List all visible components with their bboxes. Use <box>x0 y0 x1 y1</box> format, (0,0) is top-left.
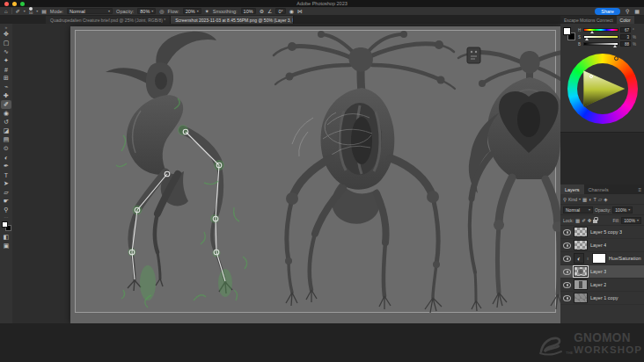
panel-menu-icon[interactable]: ≡ <box>635 185 644 194</box>
edit-toolbar-icon[interactable]: ⋯ <box>1 214 11 220</box>
flow-select[interactable]: 20% ▾ <box>183 8 201 14</box>
tab-color[interactable]: Color <box>617 16 634 24</box>
document-tab-inactive[interactable]: Quadrupedalien Creature brief.psd @ 25% … <box>46 16 171 24</box>
color-wheel[interactable] <box>567 54 638 124</box>
tab-layers[interactable]: Layers <box>560 185 584 194</box>
tool-object-selection[interactable]: ✦ <box>1 56 11 65</box>
tool-gradient[interactable]: ▤ <box>1 135 11 144</box>
layer-thumbnail[interactable] <box>574 279 588 290</box>
smoothing-select[interactable]: 10% <box>241 8 256 14</box>
lock-position-icon[interactable]: ✥ <box>588 218 592 223</box>
layer-visibility-eye-icon[interactable] <box>563 269 571 275</box>
tool-crop[interactable]: # <box>1 65 11 74</box>
lock-all-icon[interactable] <box>593 220 597 223</box>
tool-zoom[interactable]: ⚲ <box>1 206 11 214</box>
tab-channels[interactable]: Channels <box>584 185 613 194</box>
saturation-value-field[interactable]: 3 <box>620 34 631 40</box>
tool-dodge[interactable]: ◐ <box>1 153 11 162</box>
layer-row-adjustment[interactable]: ◐ ∞ Hue/Saturation 1 <box>560 252 644 265</box>
foreground-background-swatches[interactable] <box>1 221 11 231</box>
opacity-select[interactable]: 80% ▾ <box>137 8 156 14</box>
foreground-color-swatch[interactable] <box>563 27 571 35</box>
brightness-slider[interactable] <box>583 42 618 46</box>
brush-panel-toggle-icon[interactable]: ▤ <box>41 9 47 14</box>
brush-size-picker[interactable]: 10 <box>29 7 33 15</box>
layer-row[interactable]: Layer 2 <box>560 279 644 292</box>
tool-blur[interactable]: ⊙ <box>1 144 11 153</box>
tool-path-selection[interactable]: ➤ <box>1 179 11 188</box>
screen-mode-icon[interactable]: ▣ <box>1 242 11 250</box>
layer-mask-thumbnail[interactable] <box>592 253 606 264</box>
filter-type-icon[interactable]: T <box>594 197 596 202</box>
filter-group-icon[interactable]: ▱ <box>598 197 602 202</box>
tool-eraser[interactable]: ◪ <box>1 127 11 135</box>
lock-pixels-icon[interactable]: ✐ <box>582 218 586 223</box>
layer-row[interactable]: Layer 4 <box>560 239 644 252</box>
layer-row[interactable]: Layer 5 copy 3 <box>560 226 644 239</box>
lock-transparency-icon[interactable]: ▦ <box>575 218 580 223</box>
layer-row-selected[interactable]: Layer 3 <box>560 265 644 279</box>
triangle-marker[interactable] <box>589 75 593 78</box>
layer-visibility-eye-icon[interactable] <box>563 256 571 262</box>
quick-mask-icon[interactable]: ◧ <box>1 233 11 242</box>
tool-pen[interactable]: ✒ <box>1 162 11 170</box>
filter-adjustment-icon[interactable]: ◐ <box>589 197 591 202</box>
brush-preset-caret-icon[interactable]: ▾ <box>24 9 26 13</box>
hue-slider[interactable] <box>583 28 618 32</box>
layer-visibility-eye-icon[interactable] <box>563 229 571 235</box>
kind-caret-icon[interactable]: ▾ <box>579 197 581 201</box>
share-button[interactable]: Share <box>595 8 620 15</box>
adjustment-layer-icon[interactable]: ◐ <box>574 253 584 264</box>
pressure-opacity-icon[interactable]: ◎ <box>159 9 164 14</box>
layer-visibility-eye-icon[interactable] <box>563 243 571 249</box>
saturation-slider[interactable] <box>583 35 618 39</box>
layer-blend-mode-select[interactable]: Normal ▾ <box>563 206 593 214</box>
tool-move[interactable]: ✥ <box>1 30 11 39</box>
workspace-switcher-icon[interactable]: ▦ <box>634 9 640 14</box>
tool-marquee[interactable]: ▢ <box>1 39 11 47</box>
smoothing-gear-icon[interactable]: ⚙ <box>260 9 264 14</box>
tool-healing-brush[interactable]: ✚ <box>1 91 11 100</box>
brush-preset-icon[interactable]: ✐ <box>16 9 20 14</box>
filter-pixel-icon[interactable]: ▦ <box>582 197 587 202</box>
blend-mode-select[interactable]: Normal ▾ <box>67 8 113 14</box>
layer-thumbnail[interactable] <box>574 240 588 250</box>
layer-thumbnail[interactable] <box>574 293 588 303</box>
layer-visibility-eye-icon[interactable] <box>563 282 571 288</box>
symmetry-icon[interactable]: ⋈ <box>297 9 303 14</box>
filter-smart-object-icon[interactable]: ◈ <box>604 197 607 202</box>
foreground-color-swatch[interactable] <box>2 221 8 228</box>
tool-lasso[interactable]: ∿ <box>1 47 11 56</box>
airbrush-icon[interactable]: ✴ <box>205 9 209 14</box>
layer-thumbnail[interactable] <box>574 227 588 237</box>
tool-shape[interactable]: ▱ <box>1 188 11 197</box>
brush-size-caret-icon[interactable]: ▾ <box>36 9 38 13</box>
tool-frame[interactable]: ⊞ <box>1 74 11 83</box>
search-icon[interactable]: ⚲ <box>563 197 567 202</box>
tool-eyedropper[interactable]: ⌁ <box>1 83 11 91</box>
color-panel-swatches[interactable] <box>563 27 575 40</box>
pressure-size-icon[interactable]: ◉ <box>289 9 294 14</box>
tool-brush[interactable]: ✐ <box>1 100 11 109</box>
hue-ring-marker[interactable] <box>614 56 618 61</box>
saturation-brightness-triangle[interactable] <box>579 65 626 112</box>
tool-hand[interactable]: ☛ <box>1 197 11 206</box>
tool-type[interactable]: T <box>1 170 11 179</box>
tool-history-brush[interactable]: ↺ <box>1 118 11 127</box>
layer-thumbnail[interactable] <box>574 266 588 277</box>
document-canvas[interactable] <box>70 26 560 323</box>
brush-angle-icon[interactable]: ∠ <box>267 9 272 14</box>
layer-opacity-select[interactable]: 100% ▾ <box>612 206 633 214</box>
layer-fill-select[interactable]: 100% ▾ <box>621 217 641 224</box>
hue-value-field[interactable]: 67 <box>620 27 631 33</box>
tab-escape-motions-connect[interactable]: Escape Motions Connect <box>560 16 617 24</box>
layer-row[interactable]: Layer 1 copy <box>560 292 644 305</box>
brightness-value-field[interactable]: 88 <box>620 41 631 47</box>
document-tab-active[interactable]: Screenshot 2023-11-03 at 8.45.56PM.png @… <box>171 16 294 24</box>
tool-clone-stamp[interactable]: ◉ <box>1 109 11 118</box>
search-icon[interactable]: ⚲ <box>626 9 629 14</box>
creature-concept-art <box>70 26 560 323</box>
brush-angle-field[interactable]: 0° <box>275 8 285 14</box>
home-icon[interactable]: ⌂ <box>4 9 8 14</box>
layer-visibility-eye-icon[interactable] <box>563 295 571 301</box>
